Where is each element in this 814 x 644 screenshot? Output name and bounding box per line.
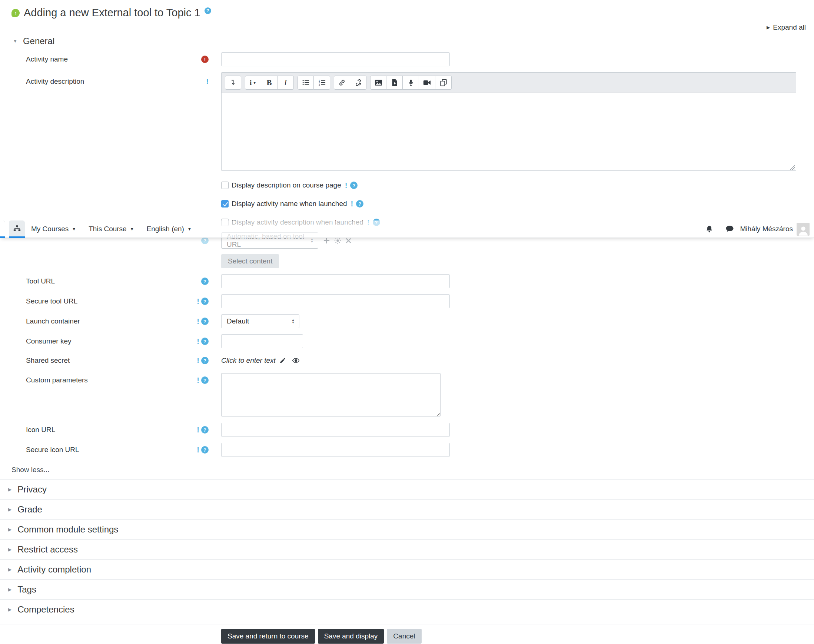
chat-icon[interactable] [725, 225, 734, 233]
section-competencies[interactable]: ▶ Competencies [0, 599, 814, 619]
display-description-checkbox[interactable] [221, 182, 228, 189]
help-icon[interactable]: ? [201, 357, 208, 364]
select-arrows-icon: ▲▼ [291, 319, 294, 324]
activity-name-label: Activity name [26, 55, 68, 63]
checkbox-label: Display description on course page [231, 181, 341, 189]
tool-url-input[interactable] [221, 274, 450, 288]
page-header: ↑ Adding a new External tool to Topic 1 … [11, 7, 814, 19]
help-icon[interactable]: ? [201, 376, 208, 384]
collapsed-sections: ▶ Privacy ▶ Grade ▶ Common module settin… [0, 479, 814, 619]
help-icon[interactable]: ? [201, 278, 208, 285]
nav-menu-this-course[interactable]: This Course ▼ [82, 225, 140, 233]
section-general-label: General [23, 36, 54, 46]
advanced-icon[interactable]: ! [197, 446, 199, 454]
launch-container-select[interactable]: Default ▲▼ [221, 314, 299, 328]
sitemap-icon [13, 225, 21, 232]
nav-tab-sitemap[interactable] [9, 221, 25, 238]
shared-secret-placeholder[interactable]: Click to enter text [221, 356, 276, 365]
display-activity-name-checkbox[interactable] [221, 200, 228, 207]
section-restrict-access[interactable]: ▶ Restrict access [0, 539, 814, 559]
show-less-link[interactable]: Show less... [11, 466, 814, 474]
help-icon[interactable]: ? [350, 182, 357, 189]
section-grade[interactable]: ▶ Grade [0, 499, 814, 519]
save-and-return-button[interactable]: Save and return to course [221, 629, 315, 644]
insert-media-icon[interactable] [386, 75, 403, 90]
row-launch-container: Launch container !? Default ▲▼ [0, 314, 814, 328]
cancel-button[interactable]: Cancel [387, 629, 421, 644]
unordered-list-icon[interactable] [297, 75, 314, 90]
nav-menu-my-courses[interactable]: My Courses ▼ [25, 225, 82, 233]
top-navbar: My Courses ▼ This Course ▼ English (en) … [0, 221, 814, 238]
icon-url-input[interactable] [221, 423, 450, 437]
resize-grip-icon[interactable] [790, 165, 795, 170]
unlink-icon[interactable] [350, 75, 366, 90]
help-icon[interactable]: ? [201, 297, 208, 305]
external-tool-activity-icon: ↑ [11, 9, 20, 17]
section-privacy[interactable]: ▶ Privacy [0, 479, 814, 499]
pencil-icon[interactable] [279, 357, 286, 364]
record-audio-icon[interactable] [403, 75, 419, 90]
secure-icon-url-label: Secure icon URL [26, 446, 79, 454]
advanced-icon[interactable]: ! [197, 317, 199, 325]
section-general-header[interactable]: ▼ General [13, 36, 814, 46]
delete-tool-icon[interactable] [345, 238, 352, 244]
link-icon[interactable] [334, 75, 350, 90]
section-activity-completion[interactable]: ▶ Activity completion [0, 559, 814, 579]
advanced-icon[interactable]: ! [197, 376, 199, 384]
caret-down-icon: ▼ [13, 38, 17, 44]
help-icon[interactable]: ? [201, 426, 208, 434]
insert-image-icon[interactable] [370, 75, 386, 90]
form-actions: Save and return to course Save and displ… [0, 624, 814, 644]
advanced-icon[interactable]: ! [197, 357, 199, 364]
caret-right-icon: ▶ [8, 527, 11, 532]
activity-name-input[interactable] [221, 52, 450, 66]
caret-right-icon: ▶ [8, 507, 11, 512]
description-editor-area[interactable] [222, 93, 796, 170]
chevron-down-icon: ▼ [187, 227, 192, 231]
consumer-key-input[interactable] [221, 334, 303, 348]
custom-parameters-textarea[interactable] [221, 373, 440, 417]
user-name[interactable]: Mihály Mészáros [740, 225, 793, 233]
bold-icon[interactable]: B [261, 75, 277, 90]
manage-files-icon[interactable] [435, 75, 452, 90]
advanced-icon[interactable]: ! [206, 78, 208, 85]
help-icon[interactable]: ? [201, 317, 208, 325]
editor-toolbar: i▼ B I 123 [222, 73, 796, 93]
add-tool-icon[interactable] [323, 237, 330, 244]
section-tags[interactable]: ▶ Tags [0, 579, 814, 599]
page: ↑ Adding a new External tool to Topic 1 … [0, 7, 814, 644]
save-and-display-button[interactable]: Save and display [318, 629, 384, 644]
eye-icon[interactable] [292, 357, 300, 364]
select-content-button[interactable]: Select content [221, 254, 279, 268]
advanced-icon[interactable]: ! [351, 200, 353, 207]
bell-icon[interactable] [705, 225, 713, 233]
collapse-toolbar-icon[interactable] [225, 75, 241, 90]
avatar[interactable] [797, 223, 809, 236]
edit-tool-gear-icon[interactable] [334, 237, 341, 244]
nav-menu-language[interactable]: English (en) ▼ [140, 225, 198, 233]
expand-all-link[interactable]: ▶ Expand all [0, 23, 806, 32]
help-icon[interactable]: ? [356, 200, 363, 207]
shared-secret-inplace-editable[interactable]: Click to enter text [221, 356, 300, 365]
help-icon[interactable]: ? [201, 237, 208, 244]
advanced-icon[interactable]: ! [197, 337, 199, 345]
title-help-icon[interactable]: ? [204, 8, 211, 14]
chevron-down-icon: ▼ [130, 227, 134, 231]
record-video-icon[interactable] [419, 75, 435, 90]
row-consumer-key: Consumer key !? [0, 334, 814, 348]
secure-tool-url-input[interactable] [221, 294, 450, 308]
secure-icon-url-input[interactable] [221, 443, 450, 457]
section-common-module-settings[interactable]: ▶ Common module settings [0, 519, 814, 539]
checkbox-label: Display activity name when launched [231, 200, 347, 208]
shared-secret-label: Shared secret [26, 356, 70, 365]
italic-icon[interactable]: I [277, 75, 294, 90]
paragraph-styles-icon[interactable]: i▼ [245, 75, 261, 90]
advanced-icon[interactable]: ! [345, 182, 348, 189]
advanced-icon[interactable]: ! [197, 426, 199, 434]
ordered-list-icon[interactable]: 123 [314, 75, 330, 90]
row-activity-name: Activity name ! [0, 52, 814, 66]
help-icon[interactable]: ? [201, 446, 208, 454]
advanced-icon[interactable]: ! [197, 297, 199, 305]
help-icon[interactable]: ? [201, 337, 208, 345]
nav-tab-partial[interactable] [0, 221, 5, 238]
